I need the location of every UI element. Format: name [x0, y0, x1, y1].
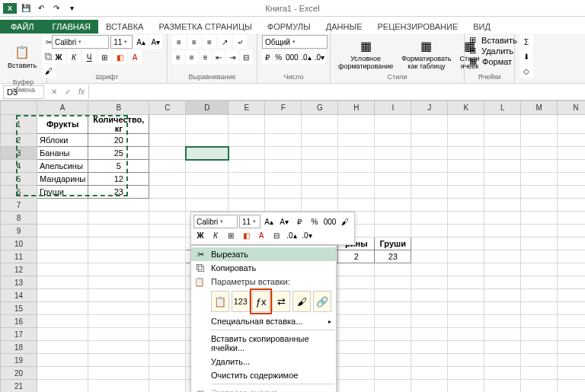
- cell[interactable]: [186, 199, 229, 212]
- cell[interactable]: [558, 276, 585, 289]
- cell[interactable]: [149, 315, 186, 328]
- italic-button[interactable]: К: [67, 50, 81, 64]
- fx-icon[interactable]: fx: [75, 85, 88, 99]
- formula-input[interactable]: [88, 85, 585, 99]
- cell[interactable]: [88, 302, 149, 315]
- cell[interactable]: [338, 315, 375, 328]
- ctx-cut[interactable]: ✂Вырезать: [191, 247, 336, 261]
- cell[interactable]: [88, 380, 149, 393]
- cell[interactable]: [484, 328, 521, 341]
- column-header[interactable]: I: [375, 101, 411, 115]
- decrease-font-icon[interactable]: A▾: [149, 35, 162, 49]
- paste-opt-formatting[interactable]: 🖌: [292, 291, 311, 312]
- cell[interactable]: [411, 367, 448, 380]
- cell[interactable]: 23: [88, 186, 149, 199]
- cell[interactable]: [411, 160, 448, 173]
- cell[interactable]: [484, 367, 521, 380]
- cell[interactable]: [375, 354, 411, 367]
- cell[interactable]: [558, 315, 585, 328]
- mini-fill-color-button[interactable]: ◧: [239, 228, 253, 242]
- mini-format-painter-icon[interactable]: 🖌: [338, 215, 352, 228]
- cell[interactable]: [484, 237, 521, 250]
- cell[interactable]: [484, 341, 521, 354]
- undo-icon[interactable]: ↶: [35, 2, 47, 14]
- paste-button[interactable]: 📋 Вставить: [5, 42, 40, 72]
- cell[interactable]: [484, 134, 521, 147]
- align-bottom-icon[interactable]: ≡: [203, 35, 216, 49]
- cell[interactable]: [37, 341, 88, 354]
- cell[interactable]: 5: [88, 160, 149, 173]
- cell[interactable]: [229, 115, 265, 134]
- number-format-combo[interactable]: Общий▾: [262, 35, 328, 49]
- cell[interactable]: [37, 367, 88, 380]
- cell[interactable]: [375, 328, 411, 341]
- column-header[interactable]: F: [265, 101, 302, 115]
- cell[interactable]: [338, 276, 375, 289]
- align-top-icon[interactable]: ≡: [172, 35, 186, 49]
- cell[interactable]: [448, 134, 484, 147]
- cell[interactable]: [88, 328, 149, 341]
- cell[interactable]: [375, 115, 411, 134]
- cell[interactable]: [302, 115, 338, 134]
- row-header[interactable]: 13: [1, 276, 37, 289]
- cell[interactable]: [375, 212, 411, 225]
- cell[interactable]: [338, 199, 375, 212]
- tab-review[interactable]: РЕЦЕНЗИРОВАНИЕ: [369, 20, 465, 33]
- cell[interactable]: [375, 302, 411, 315]
- cell[interactable]: [484, 173, 521, 186]
- row-header[interactable]: 16: [1, 315, 37, 328]
- row-header[interactable]: 3: [1, 147, 37, 160]
- cell[interactable]: [411, 328, 448, 341]
- cell[interactable]: [186, 160, 229, 173]
- save-icon[interactable]: 💾: [20, 2, 32, 14]
- cell[interactable]: [375, 380, 411, 393]
- mini-merge-icon[interactable]: ⊟: [270, 228, 283, 242]
- cell[interactable]: [521, 225, 558, 237]
- cell[interactable]: [338, 173, 375, 186]
- cell[interactable]: [37, 302, 88, 315]
- cell[interactable]: [448, 367, 484, 380]
- increase-decimal-icon[interactable]: .0▴: [300, 50, 312, 64]
- row-header[interactable]: 19: [1, 354, 37, 367]
- cell[interactable]: [521, 341, 558, 354]
- cell[interactable]: [521, 134, 558, 147]
- cell[interactable]: [448, 328, 484, 341]
- mini-currency-icon[interactable]: ₽: [292, 215, 306, 228]
- cell[interactable]: [411, 380, 448, 393]
- cell[interactable]: [448, 212, 484, 225]
- cell[interactable]: [558, 199, 585, 212]
- cell[interactable]: [338, 147, 375, 160]
- row-header[interactable]: 11: [1, 250, 37, 263]
- cell[interactable]: [375, 186, 411, 199]
- mini-increase-font-icon[interactable]: A▴: [262, 215, 276, 228]
- tab-data[interactable]: ДАННЫЕ: [318, 20, 370, 33]
- cell[interactable]: [149, 341, 186, 354]
- mini-percent-icon[interactable]: %: [308, 215, 321, 228]
- decrease-decimal-icon[interactable]: .0▾: [314, 50, 325, 64]
- clear-icon[interactable]: ◇: [519, 64, 533, 78]
- cell[interactable]: [411, 276, 448, 289]
- cell[interactable]: [265, 199, 302, 212]
- cell[interactable]: [558, 134, 585, 147]
- cell[interactable]: Груши: [37, 186, 88, 199]
- cell[interactable]: [37, 237, 88, 250]
- tab-formulas[interactable]: ФОРМУЛЫ: [260, 20, 318, 33]
- row-header[interactable]: 21: [1, 380, 37, 393]
- cell[interactable]: [448, 147, 484, 160]
- cell[interactable]: [338, 115, 375, 134]
- cell[interactable]: [521, 289, 558, 302]
- format-cells-button[interactable]: ▦ Формат: [469, 56, 510, 66]
- ctx-clear[interactable]: Очистить содержимое: [191, 368, 336, 382]
- align-left-icon[interactable]: ≡: [172, 50, 184, 64]
- cell[interactable]: [375, 199, 411, 212]
- cell[interactable]: [338, 263, 375, 276]
- cell[interactable]: [558, 237, 585, 250]
- cell[interactable]: [338, 380, 375, 393]
- cell[interactable]: [88, 315, 149, 328]
- percent-icon[interactable]: %: [273, 50, 283, 64]
- cell[interactable]: [558, 302, 585, 315]
- mini-comma-icon[interactable]: 000: [323, 215, 337, 228]
- column-header[interactable]: H: [338, 101, 375, 115]
- cell[interactable]: [411, 315, 448, 328]
- mini-font-color-button[interactable]: A: [254, 228, 268, 242]
